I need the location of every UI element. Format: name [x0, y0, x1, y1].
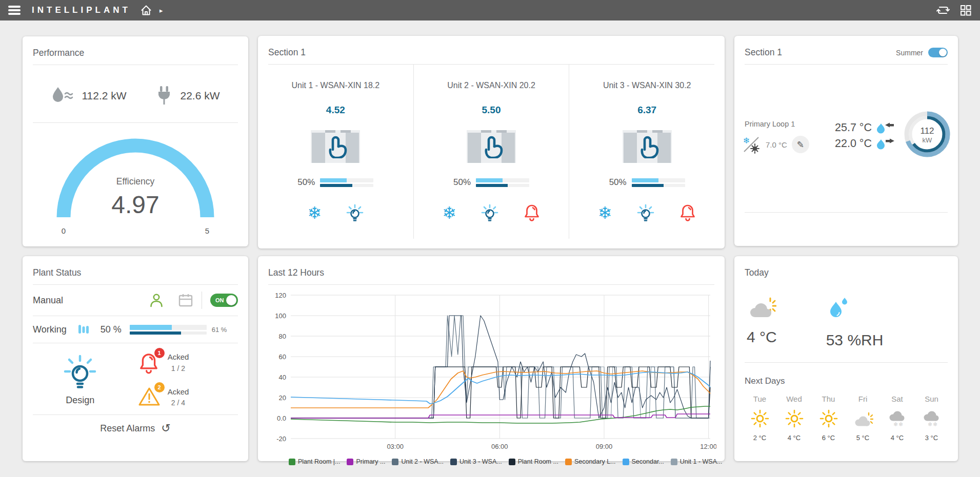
legend-label: Primary ... [356, 458, 385, 465]
svg-text:06:00: 06:00 [491, 443, 508, 450]
season-toggle[interactable] [928, 48, 948, 57]
working-label: Working [33, 324, 67, 335]
forecast-day: Tue 2 °C [743, 395, 777, 442]
section1-loop-card: Section 1 Summer Primary Loop 1 ❄ 7.0 °C… [734, 36, 958, 246]
unit-name: Unit 3 - WSAN-XIN 30.2 [569, 81, 725, 90]
humidity-drops-icon [826, 297, 851, 323]
legend-item[interactable]: Secondar... [623, 458, 664, 465]
season-mode-icon: ❄ [743, 135, 761, 154]
today-title: Today [745, 267, 769, 278]
trend-chart-card: Last 12 Hours 120100806040200.0-2003:000… [258, 256, 725, 461]
day-name: Sat [880, 395, 914, 403]
today-temp-value: 4 °C [747, 328, 777, 346]
alarm-bell-icon[interactable] [679, 203, 696, 222]
section1-loop-title: Section 1 [745, 47, 782, 58]
chart-title: Last 12 Hours [268, 267, 324, 278]
unit-machine-button[interactable] [467, 130, 516, 163]
legend-item[interactable]: Unit 3 - WSA... [450, 458, 502, 465]
unit-machine-button[interactable] [623, 130, 672, 163]
legend-label: Plant Room |... [298, 458, 340, 465]
forecast-day: Sat ❄❄ 4 °C [880, 395, 914, 442]
legend-label: Unit 1 - WSA... [680, 458, 723, 465]
alarm-warning-row[interactable]: 2 Acked2 / 4 [138, 386, 244, 409]
acked-label: Acked [168, 352, 189, 361]
electric-power-metric: 22.6 kW [155, 86, 220, 106]
unit-load-bars [320, 178, 373, 187]
day-name: Fri [846, 395, 880, 403]
thermal-power-value: 112.2 kW [82, 90, 126, 102]
design-bulb-icon [63, 354, 97, 390]
svg-text:60: 60 [279, 353, 286, 361]
home-button[interactable] [140, 4, 152, 16]
weather-card: Today 4 °C 53 %RH Next Days Tue 2 °C Wed… [734, 256, 958, 461]
svg-text:20: 20 [279, 394, 286, 402]
performance-title: Performance [33, 48, 84, 58]
legend-label: Secondary L... [574, 458, 616, 465]
unit-load-label: 50% [609, 177, 627, 188]
cooling-snowflake-icon: ❄ [308, 204, 322, 221]
performance-card: Performance 112.2 kW 22.6 kW Efficiency … [23, 36, 248, 246]
svg-text:❄: ❄ [898, 421, 903, 427]
legend-item[interactable]: Secondary L... [565, 458, 616, 465]
forecast-day: Wed 4 °C [777, 395, 811, 442]
unit-load-bar-dark [320, 184, 352, 187]
cloud-snow-icon: ❄❄ [887, 409, 908, 428]
chart-plot[interactable]: 120100806040200.0-2003:0006:0009:0012:00 [266, 288, 716, 451]
toggle-knob [939, 49, 947, 56]
machine-tab [325, 130, 335, 133]
working-bars [130, 325, 207, 335]
forecast-day: Sun ❄❄ 3 °C [914, 395, 949, 442]
unit-name: Unit 1 - WSAN-XIN 18.2 [258, 81, 413, 90]
today-humidity-value: 53 %RH [826, 331, 884, 349]
svg-text:80: 80 [279, 333, 286, 340]
reset-alarms-button[interactable]: Reset Alarms ↺ [23, 415, 248, 442]
legend-item[interactable]: Primary ... [347, 458, 385, 465]
supply-temp-value: 25.7 °C [823, 121, 872, 134]
unit-cop-value: 5.50 [414, 105, 569, 116]
day-temp: 2 °C [743, 434, 777, 442]
working-percent: 50 % [101, 324, 122, 335]
day-temp: 6 °C [811, 434, 846, 442]
reset-alarms-label: Reset Alarms [100, 423, 155, 434]
svg-text:120: 120 [275, 292, 286, 299]
refresh-layout-button[interactable] [936, 4, 950, 16]
unit-cop-value: 4.52 [258, 105, 413, 116]
legend-swatch [671, 459, 677, 465]
unit-cop-value: 6.37 [569, 105, 725, 116]
legend-label: Secondar... [632, 458, 664, 465]
manual-person-icon[interactable] [148, 292, 165, 308]
unit-load-bar-light [632, 178, 658, 182]
legend-item[interactable]: Unit 1 - WSA... [671, 458, 723, 465]
bulb-status-icon [637, 203, 654, 222]
legend-swatch [509, 459, 515, 465]
hand-click-icon [479, 134, 504, 158]
schedule-calendar-icon[interactable] [178, 293, 193, 308]
water-out-icon [876, 137, 894, 151]
plant-on-toggle[interactable]: ON [210, 294, 238, 307]
legend-swatch [392, 459, 398, 465]
grid-view-button[interactable] [959, 4, 972, 16]
efficiency-gauge: Efficiency 4.97 0 5 [23, 123, 248, 240]
legend-item[interactable]: Plant Room |... [289, 458, 340, 465]
design-label: Design [66, 395, 94, 406]
legend-swatch [289, 459, 295, 465]
day-temp: 3 °C [914, 434, 949, 442]
legend-label: Unit 3 - WSA... [459, 458, 502, 465]
grid-icon [959, 4, 972, 16]
unit-3-column: Unit 3 - WSAN-XIN 30.2 6.37 50% ❄ [569, 65, 725, 239]
unit-machine-button[interactable] [311, 130, 360, 163]
unit-1-column: Unit 1 - WSAN-XIN 18.2 4.52 50% ❄ [258, 65, 413, 239]
design-mode-button[interactable]: Design [23, 351, 138, 408]
legend-item[interactable]: Unit 2 - WSA... [392, 458, 444, 465]
alarm-bell-icon[interactable] [523, 203, 541, 222]
edit-setpoint-button[interactable]: ✎ [792, 136, 809, 153]
unit-load-label: 50% [297, 177, 315, 188]
return-temp-value: 22.0 °C [823, 137, 872, 150]
hamburger-menu-icon[interactable] [8, 4, 21, 17]
alarm-critical-row[interactable]: 1 Acked1 / 2 [138, 351, 244, 374]
top-bar: INTELLIPLANT ▸ [0, 0, 980, 20]
unit-name: Unit 2 - WSAN-XIN 20.2 [414, 81, 569, 90]
forecast-day: Fri 5 °C [846, 395, 880, 442]
legend-item[interactable]: Plant Room ... [509, 458, 558, 465]
today-temperature: 4 °C [747, 297, 777, 349]
